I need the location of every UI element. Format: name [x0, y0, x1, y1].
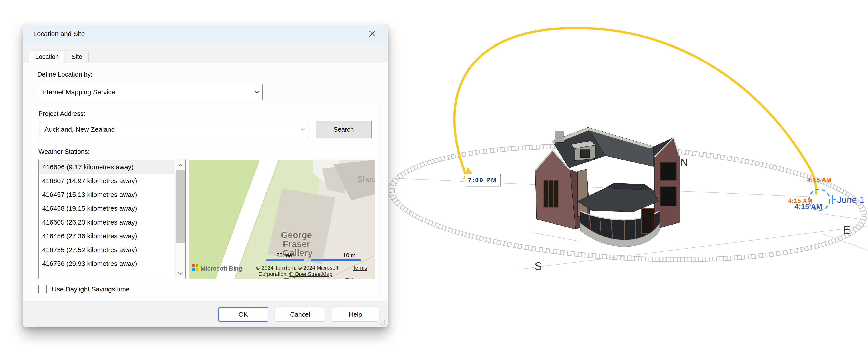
help-button[interactable]: Help — [332, 307, 379, 322]
location-tab-page: Define Location by: Internet Mapping Ser… — [23, 62, 388, 301]
search-button[interactable]: Search — [316, 121, 372, 138]
dialog-titlebar[interactable]: Location and Site — [23, 24, 388, 44]
map-preview[interactable]: Shed 2 George Fraser Gallery 25 feet 10 … — [189, 160, 375, 279]
sun-path-arc[interactable] — [454, 28, 816, 194]
dialog-tabstrip: Location Site — [29, 51, 89, 63]
compass-east-label: E — [843, 224, 850, 236]
daylight-savings-row: Use Daylight Savings time — [38, 285, 129, 294]
map-terms-link[interactable]: Terms — [352, 265, 367, 271]
right-window-upper — [660, 162, 676, 180]
scroll-down-icon[interactable] — [175, 269, 185, 279]
compass-north-label: N — [680, 157, 688, 169]
list-item[interactable]: 416605 (26.23 kilometres away) — [39, 215, 175, 229]
right-window-lower — [660, 187, 676, 206]
daylight-savings-checkbox[interactable] — [38, 285, 47, 294]
resize-grip-icon[interactable] — [380, 319, 385, 325]
chevron-down-icon — [301, 127, 305, 130]
list-item[interactable]: 416457 (15.13 kilometres away) — [39, 188, 175, 201]
project-address-value: Auckland, New Zealand — [44, 126, 302, 133]
compass-south-label: S — [534, 260, 542, 273]
cancel-button[interactable]: Cancel — [275, 307, 325, 322]
date-tick-icon — [832, 195, 836, 204]
scroll-up-icon[interactable] — [175, 160, 185, 169]
list-item[interactable]: 416756 (29.93 kilometres away) — [39, 257, 175, 271]
daylight-savings-label: Use Daylight Savings time — [52, 285, 129, 293]
sunset-time-tag[interactable]: 7:09 PM — [465, 174, 501, 187]
building-model — [535, 128, 679, 247]
chimney — [555, 131, 564, 142]
list-scrollbar[interactable] — [175, 160, 185, 279]
list-item[interactable]: 416458 (19.15 kilometres away) — [39, 201, 175, 215]
list-item[interactable]: 416606 (9.17 kilometres away) — [39, 160, 175, 174]
map-shed-label: Shed 2 — [357, 175, 375, 184]
map-clipped-street-label2: St — [344, 276, 354, 279]
define-location-value: Internet Mapping Service — [41, 88, 255, 96]
list-item[interactable]: 416607 (14.97 kilometres away) — [39, 174, 175, 188]
project-address-combobox[interactable]: Auckland, New Zealand — [40, 121, 308, 138]
ok-button[interactable]: OK — [218, 307, 268, 322]
map-scale-bar-metric — [311, 259, 361, 261]
map-scale-feet-label: 25 feet — [276, 252, 294, 258]
location-and-site-dialog: Location and Site Location Site Define L… — [23, 24, 388, 327]
sunset-time-label[interactable]: 7:09 PM — [468, 177, 497, 184]
tab-site[interactable]: Site — [65, 51, 89, 63]
map-scale-bar-feet — [266, 259, 304, 261]
scrollbar-thumb[interactable] — [176, 170, 185, 243]
list-item[interactable]: 416456 (27.36 kilometres away) — [39, 229, 175, 243]
define-location-label: Define Location by: — [37, 71, 92, 78]
define-location-dropdown[interactable]: Internet Mapping Service — [37, 84, 262, 100]
project-address-label: Project Address: — [38, 110, 85, 117]
weather-stations-list: 416606 (9.17 kilometres away) 416607 (14… — [38, 160, 186, 279]
dialog-title: Location and Site — [33, 30, 85, 37]
map-osm-link[interactable]: © OpenStreetMap — [289, 271, 332, 277]
close-icon[interactable] — [368, 29, 377, 38]
weather-stations-rows: 416606 (9.17 kilometres away) 416607 (14… — [39, 160, 175, 279]
chevron-down-icon — [255, 89, 259, 93]
map-clipped-street-label: Pri — [283, 276, 296, 279]
sun-date-label[interactable]: June 1 — [837, 195, 864, 205]
map-canvas: Shed 2 George Fraser Gallery 25 feet 10 … — [189, 160, 375, 279]
dormer-window — [580, 149, 590, 158]
entry-door — [642, 209, 654, 233]
bay-roof — [578, 188, 659, 212]
map-scale-metric-label: 10 m — [343, 252, 356, 258]
recessed-wall — [578, 169, 587, 217]
dialog-footer: OK Cancel Help — [23, 301, 388, 327]
list-item[interactable]: 416755 (27.52 kilometres away) — [39, 243, 175, 257]
sunrise-time-main-label[interactable]: 4:15 AM — [795, 202, 822, 211]
map-attribution-line1: © 2024 TomTom, © 2024 Microsoft — [256, 265, 338, 271]
tab-location[interactable]: Location — [29, 51, 65, 63]
revit-canvas: N E S 7:09 PM 4:15 AM 4:15 AM 4:15 AM Ju… — [0, 0, 868, 358]
bing-provider-label: Microsoft Bing — [200, 265, 242, 272]
weather-stations-label: Weather Stations: — [38, 148, 90, 155]
sunrise-time-top-label[interactable]: 4:15 AM — [807, 177, 832, 183]
location-groupbox: Project Address: Auckland, New Zealand S… — [33, 105, 379, 299]
